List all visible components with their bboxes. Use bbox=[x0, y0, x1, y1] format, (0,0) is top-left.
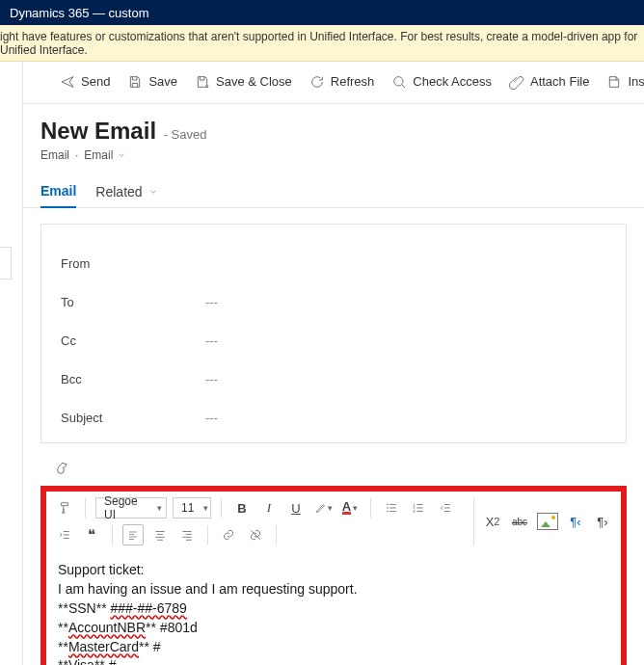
font-size-select[interactable]: 11▾ bbox=[173, 497, 211, 519]
attach-icon bbox=[509, 74, 524, 90]
attach-label: Attach File bbox=[530, 74, 589, 89]
to-row[interactable]: To --- bbox=[61, 282, 606, 321]
format-painter-button[interactable] bbox=[54, 497, 75, 519]
body-line: **Visa** # bbox=[58, 656, 609, 665]
warning-bar: ight have features or customizations tha… bbox=[0, 25, 644, 62]
link-icon bbox=[222, 528, 235, 542]
refresh-label: Refresh bbox=[331, 74, 375, 89]
tab-related-label: Related bbox=[95, 184, 142, 200]
rtl-button[interactable]: ¶‹ bbox=[565, 511, 586, 532]
cc-label: Cc bbox=[61, 333, 205, 348]
from-label: From bbox=[61, 256, 205, 271]
email-body-editor[interactable]: Support ticket: I am having an issue and… bbox=[46, 551, 621, 665]
email-header-form: From To --- Cc --- Bcc --- Subject --- bbox=[40, 224, 627, 443]
editor-toolbar: Segoe UI▾ 11▾ B I U ▾ A▾ bbox=[46, 492, 473, 551]
tabs: Email Related bbox=[23, 162, 644, 208]
ltr-button[interactable]: ¶› bbox=[592, 511, 613, 532]
body-line: Support ticket: bbox=[58, 561, 609, 579]
indent-button[interactable] bbox=[54, 524, 75, 545]
svg-point-2 bbox=[387, 511, 389, 513]
save-button[interactable]: Save bbox=[127, 74, 177, 90]
insert-template-button[interactable]: Insert Template bbox=[606, 74, 644, 90]
from-row[interactable]: From bbox=[61, 244, 606, 282]
align-left-icon bbox=[127, 529, 139, 541]
editor-section: Segoe UI▾ 11▾ B I U ▾ A▾ bbox=[40, 455, 627, 665]
refresh-icon bbox=[309, 74, 325, 90]
refresh-button[interactable]: Refresh bbox=[309, 74, 375, 90]
bullet-list-button[interactable] bbox=[381, 497, 402, 519]
send-button[interactable]: Send bbox=[60, 74, 110, 90]
send-label: Send bbox=[81, 74, 110, 89]
insert-template-label: Insert Template bbox=[628, 74, 644, 89]
insert-image-button[interactable] bbox=[536, 511, 559, 532]
align-right-icon bbox=[180, 528, 194, 542]
body-line: **AccountNBR** #801d bbox=[58, 619, 609, 637]
command-bar: Send Save Save & Close Refresh Check Acc… bbox=[23, 62, 644, 104]
body-line: I am having an issue and I am requesting… bbox=[58, 580, 609, 598]
bcc-value: --- bbox=[205, 372, 218, 386]
bcc-row[interactable]: Bcc --- bbox=[61, 359, 606, 398]
app-title-bar: Dynamics 365 — custom bbox=[0, 0, 644, 25]
align-center-button[interactable] bbox=[149, 524, 171, 545]
svg-point-1 bbox=[387, 507, 389, 509]
save-close-button[interactable]: Save & Close bbox=[195, 74, 292, 90]
strikethrough-button[interactable]: abc bbox=[509, 511, 530, 532]
save-close-icon bbox=[195, 74, 210, 90]
bullet-list-icon bbox=[385, 501, 398, 515]
subject-row[interactable]: Subject --- bbox=[61, 398, 606, 437]
caret-down-icon: ▾ bbox=[157, 503, 162, 513]
unlink-button[interactable] bbox=[245, 524, 266, 545]
strike-label: abc bbox=[512, 517, 527, 527]
underline-button[interactable]: U bbox=[285, 497, 307, 519]
attach-file-button[interactable]: Attach File bbox=[509, 74, 589, 90]
font-color-button[interactable]: A▾ bbox=[339, 497, 361, 519]
template-icon bbox=[606, 74, 622, 90]
highlight-color-button[interactable]: ▾ bbox=[312, 497, 334, 519]
send-icon bbox=[60, 74, 75, 90]
tab-email[interactable]: Email bbox=[40, 183, 76, 208]
tab-related[interactable]: Related bbox=[95, 183, 157, 207]
image-icon bbox=[537, 513, 558, 530]
save-label: Save bbox=[148, 74, 177, 89]
align-left-button[interactable] bbox=[122, 524, 144, 545]
bold-button[interactable]: B bbox=[231, 497, 253, 519]
svg-text:3: 3 bbox=[413, 509, 416, 514]
breadcrumb-entity: Email bbox=[40, 148, 69, 162]
subject-label: Subject bbox=[61, 411, 205, 425]
breadcrumb-form-label: Email bbox=[84, 148, 113, 162]
align-right-button[interactable] bbox=[176, 524, 198, 545]
blockquote-button[interactable]: ❝ bbox=[81, 524, 102, 545]
subject-value: --- bbox=[205, 411, 218, 425]
personalize-button[interactable] bbox=[40, 455, 85, 482]
chevron-down-icon bbox=[117, 150, 126, 160]
body-line: **MasterCard** # bbox=[58, 638, 609, 656]
tab-email-label: Email bbox=[40, 183, 76, 199]
outdent-button[interactable] bbox=[435, 497, 456, 519]
to-label: To bbox=[61, 295, 205, 309]
caret-down-icon: ▾ bbox=[203, 503, 208, 513]
number-list-button[interactable]: 123 bbox=[408, 497, 429, 519]
to-value: --- bbox=[205, 295, 218, 309]
align-center-icon bbox=[153, 528, 167, 542]
number-list-icon: 123 bbox=[412, 501, 425, 515]
save-icon bbox=[127, 74, 143, 90]
cc-value: --- bbox=[205, 333, 218, 348]
subscript-button[interactable]: X2 bbox=[482, 511, 503, 532]
subscript-sub: 2 bbox=[494, 516, 499, 527]
italic-button[interactable]: I bbox=[258, 497, 280, 519]
app-title: Dynamics 365 — custom bbox=[10, 6, 149, 20]
page-title: New Email bbox=[40, 118, 156, 144]
body-line: **SSN** ###-##-6789 bbox=[58, 599, 609, 618]
page-title-suffix: - Saved bbox=[164, 127, 207, 142]
cc-row[interactable]: Cc --- bbox=[61, 321, 606, 359]
chevron-down-icon bbox=[148, 187, 158, 197]
font-family-select[interactable]: Segoe UI▾ bbox=[95, 497, 167, 519]
breadcrumb-sep: · bbox=[75, 148, 78, 162]
link-button[interactable] bbox=[218, 524, 239, 545]
warning-text: ight have features or customizations tha… bbox=[0, 30, 644, 57]
left-nav-stub[interactable] bbox=[0, 247, 12, 279]
bcc-label: Bcc bbox=[61, 372, 205, 386]
editor-highlight-box: Segoe UI▾ 11▾ B I U ▾ A▾ bbox=[40, 486, 627, 665]
check-access-button[interactable]: Check Access bbox=[391, 74, 492, 90]
breadcrumb-form-switcher[interactable]: Email bbox=[84, 148, 126, 162]
